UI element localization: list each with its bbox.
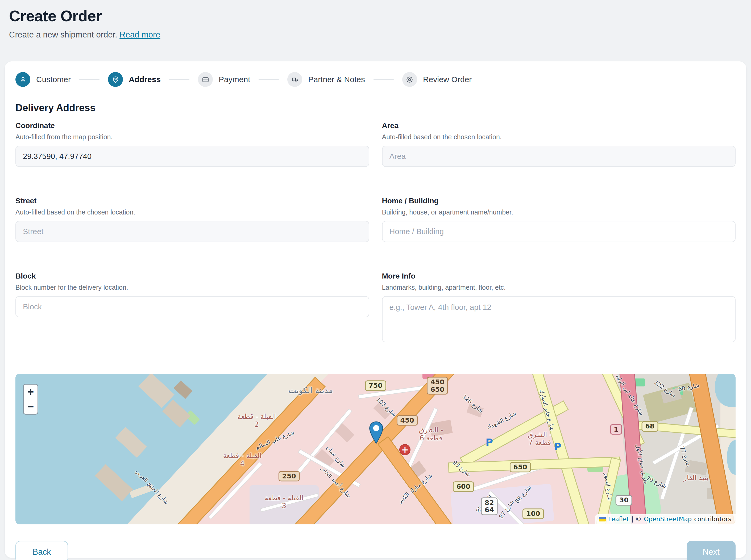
map-street-label: شارع الشهداء bbox=[486, 410, 517, 431]
step-label-payment: Payment bbox=[219, 75, 250, 84]
map-zoom-control: + − bbox=[23, 384, 38, 415]
field-coordinate: Coordinate Auto-filled from the map posi… bbox=[15, 121, 369, 167]
step-label-review-order: Review Order bbox=[423, 75, 472, 84]
attribution-suffix: contributors bbox=[694, 516, 731, 522]
map-street-label: شارع 126 bbox=[461, 393, 484, 414]
page-header: Create Order Create a new shipment order… bbox=[0, 0, 751, 40]
map-place-label: القبلة - قطعة 2 bbox=[237, 413, 276, 428]
area-input[interactable] bbox=[382, 146, 736, 167]
truck-icon bbox=[287, 72, 302, 87]
route-shield: 30 bbox=[616, 495, 632, 506]
parking-icon: P bbox=[485, 436, 493, 448]
home-building-label: Home / Building bbox=[382, 197, 736, 205]
map-street-label: شارع 93 bbox=[452, 459, 472, 478]
hospital-icon bbox=[400, 445, 410, 455]
route-shield: 8264 bbox=[481, 497, 498, 515]
area-help: Auto-filled based on the chosen location… bbox=[382, 133, 736, 141]
zoom-in-button[interactable]: + bbox=[24, 385, 38, 399]
map-street-label: شارع 122 bbox=[653, 379, 677, 398]
coordinate-label: Coordinate bbox=[15, 121, 369, 130]
map-street-label: شارع 88 bbox=[514, 484, 532, 504]
map-place-label: بنيد القار bbox=[683, 474, 709, 482]
stepper-connector bbox=[258, 79, 279, 80]
map-street-label: شارع عمان bbox=[325, 444, 347, 469]
section-heading: Delivery Address bbox=[15, 102, 736, 114]
step-review-order[interactable]: Review Order bbox=[402, 72, 472, 87]
map-street-label: شارع الخليج العربي bbox=[135, 468, 170, 505]
field-more-info: More Info Landmarks, building, apartment… bbox=[382, 272, 736, 342]
route-shield: 750 bbox=[365, 381, 386, 391]
attribution-separator: | © bbox=[631, 516, 641, 522]
map-overlay-layer: مدينة الكويتالشرق - قطعة 6الشرق - قطعة 7… bbox=[15, 374, 736, 524]
block-help: Block number for the delivery location. bbox=[15, 284, 369, 291]
route-shield: 650 bbox=[510, 462, 531, 473]
home-building-help: Building, house, or apartment name/numbe… bbox=[382, 208, 736, 216]
route-shield: 450 bbox=[397, 415, 418, 426]
map-street-label: شارع السور bbox=[603, 473, 613, 501]
page-subtitle: Create a new shipment order. Read more bbox=[9, 30, 742, 40]
map-street-label: شارع علي السالم bbox=[254, 429, 295, 451]
map-street-label: شارع 77 bbox=[679, 445, 692, 467]
more-info-help: Landmarks, building, apartment, floor, e… bbox=[382, 284, 736, 291]
home-building-input[interactable] bbox=[382, 221, 736, 242]
route-shield: 600 bbox=[453, 482, 474, 492]
block-input[interactable] bbox=[15, 296, 369, 317]
field-area: Area Auto-filled based on the chosen loc… bbox=[382, 121, 736, 167]
read-more-link[interactable]: Read more bbox=[119, 30, 160, 39]
openstreetmap-link[interactable]: OpenStreetMap bbox=[644, 516, 692, 522]
step-payment[interactable]: Payment bbox=[198, 72, 250, 87]
step-address[interactable]: Address bbox=[108, 72, 161, 87]
back-button[interactable]: Back bbox=[15, 541, 68, 560]
map-street-label: شارع 79 bbox=[646, 475, 668, 489]
area-label: Area bbox=[382, 121, 736, 130]
stepper-connector bbox=[169, 79, 189, 80]
map-street-label: شارع مبارك الكبير bbox=[397, 472, 434, 504]
map[interactable]: مدينة الكويتالشرق - قطعة 6الشرق - قطعة 7… bbox=[15, 374, 736, 524]
map-pin-icon bbox=[108, 72, 123, 87]
route-shield: 1 bbox=[610, 424, 622, 435]
create-order-card: Customer Address Payment Partner & Notes bbox=[5, 61, 746, 558]
map-place-label: القبلة - قطعة 4 bbox=[223, 452, 262, 467]
map-location-marker[interactable] bbox=[369, 421, 383, 445]
address-form: Coordinate Auto-filled from the map posi… bbox=[15, 121, 736, 342]
coordinate-input[interactable] bbox=[15, 146, 369, 167]
map-street-label: شارع أحمد الجابر bbox=[320, 465, 352, 499]
route-shield: 250 bbox=[278, 471, 300, 482]
field-street: Street Auto-filled based on the chosen l… bbox=[15, 197, 369, 242]
more-info-label: More Info bbox=[382, 272, 736, 280]
form-footer: Back Next bbox=[15, 541, 736, 560]
field-home-building: Home / Building Building, house, or apar… bbox=[382, 197, 736, 242]
credit-card-icon bbox=[198, 72, 213, 87]
step-label-partner-notes: Partner & Notes bbox=[308, 75, 365, 84]
map-street-label: شارع 87 bbox=[498, 499, 515, 520]
street-input[interactable] bbox=[15, 221, 369, 242]
route-shield: 450650 bbox=[427, 377, 448, 395]
step-customer[interactable]: Customer bbox=[15, 72, 71, 87]
route-shield: 68 bbox=[641, 421, 658, 432]
map-attribution: Leaflet | © OpenStreetMap contributors bbox=[595, 514, 736, 524]
leaflet-link[interactable]: Leaflet bbox=[608, 516, 629, 522]
field-block: Block Block number for the delivery loca… bbox=[15, 272, 369, 342]
page-title: Create Order bbox=[9, 7, 742, 25]
street-help: Auto-filled based on the chosen location… bbox=[15, 208, 369, 216]
step-label-customer: Customer bbox=[36, 75, 71, 84]
user-icon bbox=[15, 72, 30, 87]
more-info-textarea[interactable] bbox=[382, 296, 736, 342]
map-place-label: مدينة الكويت bbox=[288, 385, 333, 395]
map-place-label: الشرق - قطعة 7 bbox=[527, 431, 552, 446]
map-street-label: شارع خالد ابن الوليد bbox=[615, 374, 645, 417]
page-subtitle-text: Create a new shipment order. bbox=[9, 30, 117, 39]
stepper-connector bbox=[79, 79, 99, 80]
street-label: Street bbox=[15, 197, 369, 205]
block-label: Block bbox=[15, 272, 369, 280]
map-street-label: شارع 60 bbox=[678, 382, 700, 393]
stepper: Customer Address Payment Partner & Notes bbox=[15, 72, 736, 87]
next-button[interactable]: Next bbox=[687, 541, 736, 560]
coordinate-help: Auto-filled from the map position. bbox=[15, 133, 369, 141]
step-partner-notes[interactable]: Partner & Notes bbox=[287, 72, 365, 87]
zoom-out-button[interactable]: − bbox=[24, 399, 38, 414]
map-street-label: شارع 103 bbox=[375, 396, 398, 418]
eye-icon bbox=[402, 72, 417, 87]
parking-icon: P bbox=[554, 441, 561, 453]
map-street-label: شارع جابر المبارك bbox=[538, 388, 556, 432]
